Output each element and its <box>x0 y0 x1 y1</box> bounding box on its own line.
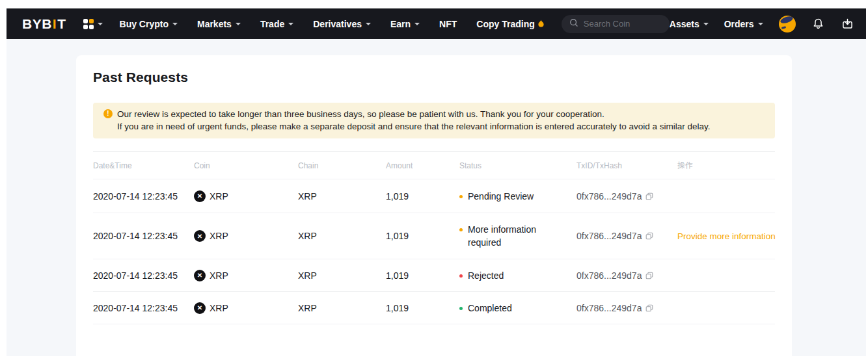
chevron-down-icon <box>366 23 371 25</box>
bybit-logo[interactable]: BYBIT <box>22 16 66 32</box>
xrp-coin-icon: ✕ <box>194 190 206 202</box>
cell-amount: 1,019 <box>386 303 459 313</box>
logo-text: BYB <box>22 16 52 31</box>
page-background: Past Requests ! Our review is expected t… <box>7 39 866 356</box>
cell-amount: 1,019 <box>386 191 459 202</box>
xrp-coin-icon: ✕ <box>194 230 206 242</box>
search-input[interactable] <box>584 19 662 29</box>
copy-icon[interactable] <box>645 192 654 201</box>
nav-item-buy-crypto[interactable]: Buy Crypto <box>120 19 178 29</box>
xrp-coin-icon: ✕ <box>194 270 206 281</box>
nav-item-nft[interactable]: NFT <box>439 19 457 29</box>
cell-chain: XRP <box>298 231 386 241</box>
cell-coin: ✕XRP <box>194 230 298 242</box>
nav-item-assets[interactable]: Assets <box>670 19 709 29</box>
nav-item-earn[interactable]: Earn <box>390 19 420 29</box>
notice-line-1: Our review is expected to take longer th… <box>117 108 604 120</box>
copy-icon[interactable] <box>645 231 654 240</box>
search-icon <box>569 18 578 30</box>
logo-accent: I <box>52 16 57 31</box>
copy-icon[interactable] <box>645 304 654 313</box>
table-row: 2020-07-14 12:23:45 ✕XRP XRP 1,019 Compl… <box>93 292 775 324</box>
page-title: Past Requests <box>93 70 775 85</box>
logo-text: T <box>57 16 66 31</box>
review-notice-banner: ! Our review is expected to take longer … <box>93 103 775 138</box>
cell-status: Completed <box>459 302 576 315</box>
cell-txid: 0fx786...249d7a <box>576 270 677 281</box>
cell-chain: XRP <box>298 303 386 313</box>
table-row: 2020-07-14 12:23:45 ✕XRP XRP 1,019 Pendi… <box>93 179 775 213</box>
cell-datetime: 2020-07-14 12:23:45 <box>93 303 194 313</box>
user-avatar[interactable] <box>779 16 796 32</box>
past-requests-table: Date&Time Coin Chain Amount Status TxID/… <box>93 151 775 324</box>
bell-icon[interactable] <box>811 17 825 31</box>
cell-coin: ✕XRP <box>194 302 298 314</box>
xrp-coin-icon: ✕ <box>194 302 206 314</box>
cell-status: Rejected <box>459 269 576 282</box>
cell-chain: XRP <box>298 191 386 202</box>
cell-chain: XRP <box>298 270 386 281</box>
col-header-action: 操作 <box>677 160 775 171</box>
table-row: 2020-07-14 12:23:45 ✕XRP XRP 1,019 More … <box>93 213 775 259</box>
cell-amount: 1,019 <box>386 270 459 281</box>
coin-search[interactable] <box>562 15 670 33</box>
cell-txid: 0fx786...249d7a <box>576 303 677 313</box>
nav-item-markets[interactable]: Markets <box>197 19 241 29</box>
table-row: 2020-07-14 12:23:45 ✕XRP XRP 1,019 Rejec… <box>93 259 775 292</box>
provide-more-information-link[interactable]: Provide more information <box>677 231 776 241</box>
status-dot <box>459 195 463 198</box>
flame-icon <box>537 20 545 28</box>
cell-txid: 0fx786...249d7a <box>576 231 677 241</box>
cell-datetime: 2020-07-14 12:23:45 <box>93 231 194 241</box>
screen: BYBIT Buy Crypto Markets Trade Derivativ… <box>0 0 868 364</box>
col-header-status: Status <box>459 161 576 170</box>
status-dot <box>459 307 463 310</box>
chevron-down-icon <box>288 23 293 25</box>
cell-amount: 1,019 <box>386 231 459 241</box>
col-header-txid: TxID/TxHash <box>576 161 677 170</box>
nav-item-orders[interactable]: Orders <box>724 19 763 29</box>
cell-txid: 0fx786...249d7a <box>576 191 677 202</box>
navbar-right: Assets Orders <box>670 16 868 32</box>
chevron-down-icon <box>98 23 103 25</box>
notice-line-2: If you are in need of urgent funds, plea… <box>103 120 765 133</box>
chevron-down-icon <box>236 23 241 25</box>
chevron-down-icon <box>758 23 763 25</box>
copy-icon[interactable] <box>645 271 654 280</box>
col-header-datetime: Date&Time <box>93 161 194 170</box>
main-nav: Buy Crypto Markets Trade Derivatives Ear… <box>120 19 545 29</box>
apps-grid-icon <box>83 19 94 29</box>
top-navbar: BYBIT Buy Crypto Markets Trade Derivativ… <box>7 8 866 39</box>
chevron-down-icon <box>172 23 178 25</box>
status-dot <box>459 274 463 278</box>
past-requests-card: Past Requests ! Our review is expected t… <box>76 55 792 356</box>
status-dot <box>459 228 463 231</box>
cell-coin: ✕XRP <box>194 270 298 281</box>
chevron-down-icon <box>703 23 709 25</box>
col-header-chain: Chain <box>298 161 386 170</box>
cell-status: More information required <box>459 223 576 249</box>
download-icon[interactable] <box>841 17 854 31</box>
nav-item-copy-trading[interactable]: Copy Trading <box>476 19 544 29</box>
chevron-down-icon <box>414 23 420 25</box>
apps-menu-button[interactable] <box>83 19 103 29</box>
table-header-row: Date&Time Coin Chain Amount Status TxID/… <box>93 151 775 179</box>
warning-icon: ! <box>103 109 113 118</box>
cell-coin: ✕XRP <box>194 190 298 202</box>
cell-action: Provide more information <box>677 231 782 241</box>
col-header-amount: Amount <box>386 161 459 170</box>
nav-item-trade[interactable]: Trade <box>260 19 293 29</box>
col-header-coin: Coin <box>194 161 298 170</box>
cell-datetime: 2020-07-14 12:23:45 <box>93 191 194 202</box>
nav-item-derivatives[interactable]: Derivatives <box>313 19 371 29</box>
cell-datetime: 2020-07-14 12:23:45 <box>93 270 194 281</box>
cell-status: Pending Review <box>459 190 576 203</box>
